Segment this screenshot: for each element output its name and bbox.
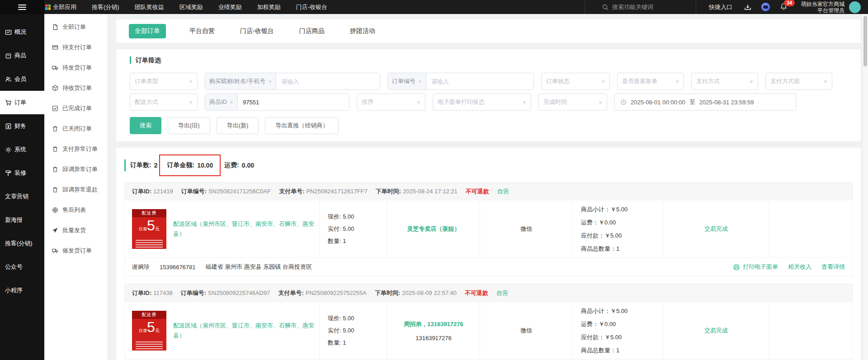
tab-platform-self[interactable]: 平台自营 — [188, 24, 217, 38]
store-name-link[interactable]: 周招弟，13163917276 — [404, 320, 463, 328]
submenu-pending-payment[interactable]: 待支付订单 — [44, 37, 108, 57]
submenu-pending-delivery[interactable]: 待发货订单 — [44, 57, 108, 78]
date-range-picker[interactable]: 2025-08-01 00:00:00 至 2025-08-31 23:59:5… — [614, 94, 796, 111]
sidebar-item-decorate[interactable]: 装修 — [0, 161, 44, 185]
submenu-completed[interactable]: 已完成订单 — [44, 98, 108, 118]
tab-store-cashier[interactable]: 门店-收银台 — [238, 24, 276, 38]
scrollbar-thumb[interactable] — [863, 16, 867, 66]
order-row: 订单ID:121419 订单编号:SN250824171256C0AF 支付单号… — [124, 182, 853, 276]
top-menu-team-reward[interactable]: 团队奖收益 — [135, 3, 164, 11]
user-menu[interactable]: 萌娃当家官方商城 平台管理员 — [801, 1, 844, 14]
printer-icon — [733, 264, 740, 271]
print-eorder-link[interactable]: 打印电子面单 — [733, 263, 778, 271]
export-direct-button[interactable]: 导出直推（经销商） — [265, 117, 339, 134]
store-name-link[interactable]: 灵芝专卖店（茶姐） — [407, 225, 460, 233]
top-menu-store-cashier[interactable]: 门店-收银台 — [296, 3, 327, 11]
sidebar-item-orders[interactable]: 订单 — [0, 91, 44, 114]
order-status-select[interactable]: 订单状态∨ — [541, 73, 610, 90]
chevron-down-icon: ∨ — [418, 79, 422, 84]
eprint-status-select[interactable]: 电子面单打印状态∨ — [433, 94, 531, 111]
submenu-closed[interactable]: 已关闭订单 — [44, 118, 108, 139]
top-menu-label: 区域奖励 — [179, 3, 203, 11]
page-scrollbar[interactable] — [863, 14, 868, 360]
sidebar-item-goods[interactable]: 商品 — [0, 44, 44, 67]
tab-store-goods[interactable]: 门店商品 — [297, 24, 326, 38]
order-amount-highlight-box: 订单金额:10.00 — [159, 154, 221, 176]
submenu-label: 售后列表 — [62, 206, 86, 214]
hamburger-menu-button[interactable] — [0, 0, 44, 14]
top-menu-weighted-reward[interactable]: 加权奖励 — [257, 3, 281, 11]
top-menu-performance-reward[interactable]: 业绩奖励 — [218, 3, 242, 11]
divider — [696, 0, 696, 14]
buyer-field-select[interactable]: 购买昵称/姓名/手机号∨ — [205, 73, 276, 89]
pay-way-group-select[interactable]: 支付方式组∨ — [765, 73, 832, 90]
members-icon — [5, 76, 12, 83]
orders-panel: 订单数:2 订单金额:10.00 运费:0.00 订单ID:121419 订单编… — [116, 148, 861, 360]
order-amount-label: 订单金额: — [167, 161, 194, 169]
quick-entry-link[interactable]: 快捷入口 — [709, 3, 732, 11]
order-status: 交易完成 — [704, 225, 728, 233]
view-detail-link[interactable]: 查看详情 — [821, 263, 845, 271]
notifications-button[interactable]: 34 — [780, 3, 788, 12]
pay-way-select[interactable]: 支付方式∨ — [691, 73, 758, 90]
search-button[interactable]: 搜索 — [130, 117, 161, 134]
order-footer: 谢婉珍 15396676781 福建省 泉州市 惠安县 东园镇 台商投资区 打印… — [125, 257, 852, 276]
first-order-select[interactable]: 是否搜索首单∨ — [617, 73, 684, 90]
order-type-select[interactable]: 订单类型∨ — [130, 73, 198, 90]
check-square-icon — [52, 105, 58, 112]
product-name-link[interactable]: 配送区域（泉州市区、晋江市、南安市、石狮市、惠安县） — [173, 321, 315, 341]
sidebar-label: 推客(分销) — [5, 239, 33, 248]
submenu-pending-receipt[interactable]: 待收货订单 — [44, 78, 108, 98]
order-filter-panel: 订单筛选 订单类型∨ 购买昵称/姓名/手机号∨ 订单编号∨ 订单状态∨ 是否搜索… — [116, 49, 861, 141]
sidebar-item-mini-program[interactable]: 小程序 — [0, 279, 44, 302]
order-no-input[interactable] — [426, 73, 533, 89]
assistant-button[interactable] — [761, 3, 770, 11]
export-old-button[interactable]: 导出(旧) — [168, 117, 210, 134]
avatar[interactable] — [849, 1, 861, 13]
submenu-all-orders[interactable]: 全部订单 — [44, 17, 108, 37]
submenu-batch-delivery[interactable]: 批量发货 — [44, 220, 108, 240]
top-menu-distribution[interactable]: 推客(分销) — [92, 3, 119, 11]
submenu-payment-exception[interactable]: 支付异常订单 — [44, 139, 108, 159]
submenu-callback-refund[interactable]: 回调异常退款 — [44, 179, 108, 200]
finish-time-select[interactable]: 完成时间∨ — [538, 94, 607, 111]
submenu-urge-delivery[interactable]: 催发货订单 — [44, 240, 108, 261]
order-id: 117438 — [153, 290, 172, 296]
finance-icon — [5, 123, 12, 130]
download-button[interactable] — [744, 4, 751, 11]
tab-all-orders[interactable]: 全部订单 — [129, 24, 166, 38]
sidebar-item-overview[interactable]: 概况 — [0, 20, 44, 44]
sidebar-item-official-account[interactable]: 公众号 — [0, 255, 44, 279]
buyer-search-input[interactable] — [276, 73, 380, 89]
sidebar-item-new-poster[interactable]: 新海报 — [0, 208, 44, 232]
top-menu-all-apps[interactable]: 全部应用 — [45, 3, 76, 11]
delivery-way-select[interactable]: 配送方式∨ — [130, 94, 198, 111]
sort-select[interactable]: 排序∨ — [357, 94, 425, 111]
sidebar-item-finance[interactable]: 财务 — [0, 114, 44, 138]
sidebar-label: 装修 — [14, 169, 26, 177]
chevron-down-icon: ∨ — [523, 100, 526, 104]
sidebar-item-article-marketing[interactable]: 文章营销 — [0, 185, 44, 208]
sidebar-item-distribution[interactable]: 推客(分销) — [0, 232, 44, 255]
submenu-callback-exception[interactable]: 回调异常订单 — [44, 159, 108, 179]
topbar-search[interactable] — [585, 4, 696, 10]
filter-row-2: 配送方式∨ 商品ID∨ 排序∨ 电子面单打印状态∨ 完成时间∨ 2025-08-… — [130, 94, 847, 111]
tab-group-activity[interactable]: 拼团活动 — [348, 24, 377, 38]
order-no-field-select[interactable]: 订单编号∨ — [388, 73, 426, 89]
related-income-link[interactable]: 相关收入 — [788, 263, 811, 271]
product-name-link[interactable]: 配送区域（泉州市区、晋江市、南安市、石狮市、惠安县） — [173, 219, 315, 239]
export-new-button[interactable]: 导出(新) — [217, 117, 259, 134]
function-search-input[interactable] — [612, 4, 680, 10]
sidebar-item-members[interactable]: 会员 — [0, 67, 44, 91]
date-end: 2025-08-31 23:59:59 — [699, 99, 754, 106]
top-menu-region-reward[interactable]: 区域奖励 — [179, 3, 203, 11]
product-image[interactable]: 配送费 仅需5元 — [132, 209, 166, 249]
date-separator: 至 — [689, 98, 695, 106]
goods-id-input[interactable] — [238, 94, 349, 110]
goods-id-field-select[interactable]: 商品ID∨ — [205, 94, 238, 110]
decorate-roller-icon — [5, 170, 12, 177]
submenu-label: 待收货订单 — [62, 84, 92, 92]
sidebar-item-system[interactable]: 系统 — [0, 138, 44, 161]
submenu-after-sale[interactable]: 售后列表 — [44, 200, 108, 220]
product-image[interactable]: 配送费 仅需5元 — [132, 311, 166, 351]
